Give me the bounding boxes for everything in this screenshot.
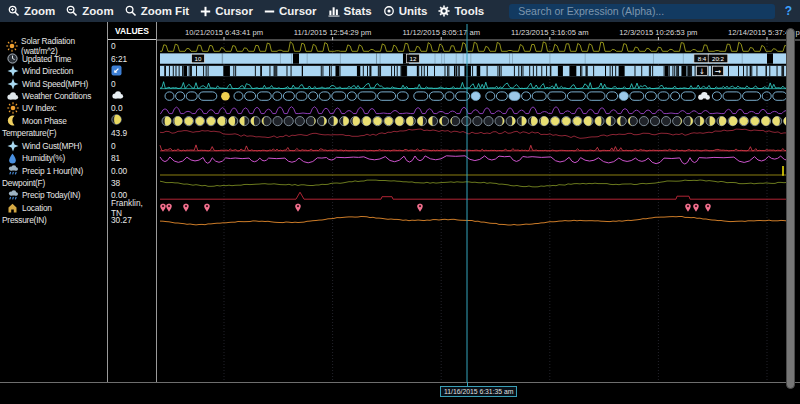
cursor-button[interactable]: Cursor <box>264 5 317 17</box>
track-precip-today <box>160 192 795 199</box>
row-label: Pressure(IN) <box>2 215 47 225</box>
row-label: UV Index: <box>22 103 57 113</box>
bottom-separator <box>0 382 800 383</box>
moon-icon <box>6 115 19 126</box>
minus-icon <box>264 6 275 17</box>
zoom-fit-icon <box>125 5 137 17</box>
sidebar-row-temperature-f[interactable]: Temperature(F) <box>0 127 107 139</box>
plus-icon <box>200 6 211 17</box>
cursor-button[interactable]: Cursor <box>200 5 253 17</box>
location-pin-icon <box>183 204 189 212</box>
value-solar-radiation-watt-m-2: 0 <box>108 40 156 52</box>
zoom-fit-button[interactable]: Zoom Fit <box>125 5 190 17</box>
row-label: Location <box>22 203 52 213</box>
zoom-button[interactable]: Zoom <box>8 5 55 17</box>
cloud-icon <box>6 91 19 101</box>
help-button[interactable]: ? <box>785 4 792 18</box>
row-label: Updated Time <box>22 54 71 64</box>
chart-canvas[interactable]: 10/21/2015 6:43:41 pm11/1/2015 12:54:29 … <box>157 22 800 382</box>
svg-text:20:2: 20:2 <box>712 55 725 62</box>
sidebar-row-location[interactable]: Location <box>0 202 107 214</box>
sidebar-row-moon-phase[interactable]: Moon Phase <box>0 115 107 127</box>
value-location: Franklin, TN <box>108 202 156 214</box>
cloud-glyph-icon <box>111 90 124 102</box>
signal-sidebar: Solar Radiation (watt/m^2)Updated TimeWi… <box>0 40 107 227</box>
zoom-out-icon <box>66 5 78 17</box>
clock-icon <box>6 53 19 64</box>
uv-icon <box>6 102 19 114</box>
vertical-scrollbar[interactable] <box>786 28 795 389</box>
location-pin-icon <box>685 204 691 212</box>
time-axis: 10/21/2015 6:43:41 pm11/1/2015 12:54:29 … <box>157 28 800 40</box>
sidebar-row-wind-direction[interactable]: Wind Direction <box>0 65 107 77</box>
sidebar-row-weather-conditions[interactable]: Weather Conditions <box>0 90 107 102</box>
toolbar: ZoomZoomZoom FitCursorCursorStatsUnitsTo… <box>0 0 800 22</box>
track-wind-gust <box>160 145 795 151</box>
sidebar-row-wind-gust-mph[interactable]: Wind Gust(MPH) <box>0 140 107 152</box>
time-axis-label: 10/21/2015 6:43:41 pm <box>185 28 263 37</box>
sidebar-row-pressure-in[interactable]: Pressure(IN) <box>0 214 107 226</box>
cursor-timestamp-label: 11/16/2015 6:31:35 am <box>440 386 517 397</box>
row-label: Temperature(F) <box>2 128 56 138</box>
sidebar-row-precip-today-in[interactable]: Precip Today(IN) <box>0 189 107 201</box>
sidebar-row-wind-speed-mph[interactable]: Wind Speed(MPH) <box>0 77 107 89</box>
sidebar-row-dewpoint-f[interactable]: Dewpoint(F) <box>0 177 107 189</box>
value-humidity: 81 <box>108 152 156 164</box>
track-updated-time: 10128:420:2 <box>160 53 795 63</box>
track-pressure <box>160 217 793 226</box>
track-humidity <box>160 156 795 164</box>
value-temperature-f: 43.9 <box>108 127 156 139</box>
location-pin-icon <box>166 204 172 212</box>
wind-icon <box>6 140 19 152</box>
values-column: 06:2100.043.90810.00380.00Franklin, TN30… <box>108 40 156 227</box>
row-label: Dewpoint(F) <box>2 178 45 188</box>
stats-icon <box>328 5 340 17</box>
sidebar-row-uv-index[interactable]: UV Index: <box>0 102 107 114</box>
units-icon <box>383 5 395 17</box>
track-weather-conditions <box>165 92 787 101</box>
humidity-icon <box>6 153 19 164</box>
row-label: Moon Phase <box>22 116 67 126</box>
sidebar-row-solar-radiation-watt-m-2[interactable]: Solar Radiation (watt/m^2) <box>0 40 107 52</box>
track-uv-index <box>160 107 795 114</box>
svg-text:↓: ↓ <box>699 67 705 76</box>
svg-text:8:4: 8:4 <box>698 55 707 62</box>
value-updated-time: 6:21 <box>108 52 156 64</box>
location-pin-icon <box>204 204 210 212</box>
track-moon-phase <box>162 117 793 126</box>
row-label: Precip 1 Hour(IN) <box>22 166 83 176</box>
zoom-button[interactable]: Zoom <box>66 5 113 17</box>
sidebar-row-precip-1-hour-in[interactable]: Precip 1 Hour(IN) <box>0 164 107 176</box>
units-button[interactable]: Units <box>383 5 428 17</box>
wind-direction-icon <box>6 65 19 77</box>
value-precip-1-hour-in: 0.00 <box>108 164 156 176</box>
time-axis-label: 11/1/2015 12:54:29 pm <box>294 28 372 37</box>
time-axis-label: 12/3/2015 10:26:53 pm <box>619 28 697 37</box>
value-uv-index: 0.0 <box>108 102 156 114</box>
gridlines <box>224 40 767 382</box>
values-column-header: VALUES <box>107 22 157 40</box>
sidebar-row-humidity[interactable]: Humidity(%) <box>0 152 107 164</box>
value-wind-speed-mph: 0 <box>108 77 156 89</box>
wind-dir-badge-icon <box>111 65 122 78</box>
stats-button[interactable]: Stats <box>328 5 372 17</box>
track-solar-radiation <box>160 42 795 52</box>
track-temperature <box>160 129 793 138</box>
wind-icon <box>6 78 19 90</box>
track-location <box>160 204 711 212</box>
tools-icon <box>438 5 450 17</box>
row-label: Weather Conditions <box>22 91 91 101</box>
location-pin-icon <box>693 204 699 212</box>
location-icon <box>6 202 19 213</box>
svg-text:12: 12 <box>410 55 417 62</box>
search-input[interactable] <box>509 4 774 19</box>
location-pin-icon <box>160 204 166 212</box>
track-wind-speed <box>160 82 795 89</box>
tools-button[interactable]: Tools <box>438 5 484 17</box>
zoom-in-icon <box>8 5 20 17</box>
sun-icon <box>6 40 18 52</box>
value-dewpoint-f: 38 <box>108 177 156 189</box>
track-wind-direction: ↓→ <box>160 66 795 76</box>
row-label: Wind Gust(MPH) <box>22 141 82 151</box>
value-wind-gust-mph: 0 <box>108 140 156 152</box>
